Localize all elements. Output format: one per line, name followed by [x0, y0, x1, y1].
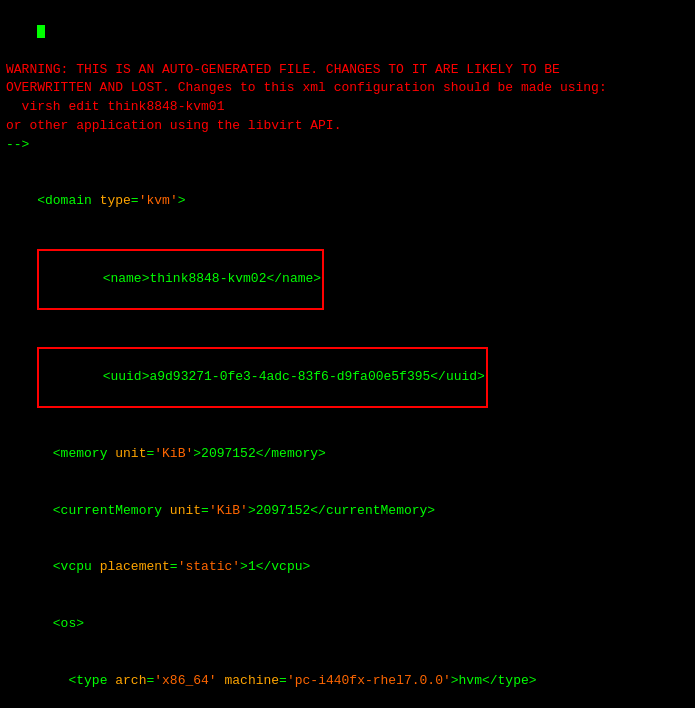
warning-line-2: OVERWRITTEN AND LOST. Changes to this xm… [6, 79, 689, 98]
uuid-line: <uuid>a9d93271-0fe3-4adc-83f6-d9fa00e5f3… [6, 328, 689, 426]
memory-line: <memory unit='KiB'>2097152</memory> [6, 427, 689, 484]
os-open-line: <os> [6, 596, 689, 653]
warning-line-4: or other application using the libvirt A… [6, 117, 689, 136]
vcpu-line: <vcpu placement='static'>1</vcpu> [6, 540, 689, 597]
name-line: <name>think8848-kvm02</name> [6, 230, 689, 328]
blank-1 [6, 155, 689, 174]
type-line: <type arch='x86_64' machine='pc-i440fx-r… [6, 653, 689, 708]
comment-close: --> [6, 136, 689, 155]
terminal-window: WARNING: THIS IS AN AUTO-GENERATED FILE.… [6, 4, 689, 708]
cursor-line [6, 4, 689, 61]
current-memory-line: <currentMemory unit='KiB'>2097152</curre… [6, 483, 689, 540]
terminal-cursor [37, 25, 45, 38]
domain-open: <domain type='kvm'> [6, 174, 689, 231]
warning-line-3: virsh edit think8848-kvm01 [6, 98, 689, 117]
warning-line-1: WARNING: THIS IS AN AUTO-GENERATED FILE.… [6, 61, 689, 80]
